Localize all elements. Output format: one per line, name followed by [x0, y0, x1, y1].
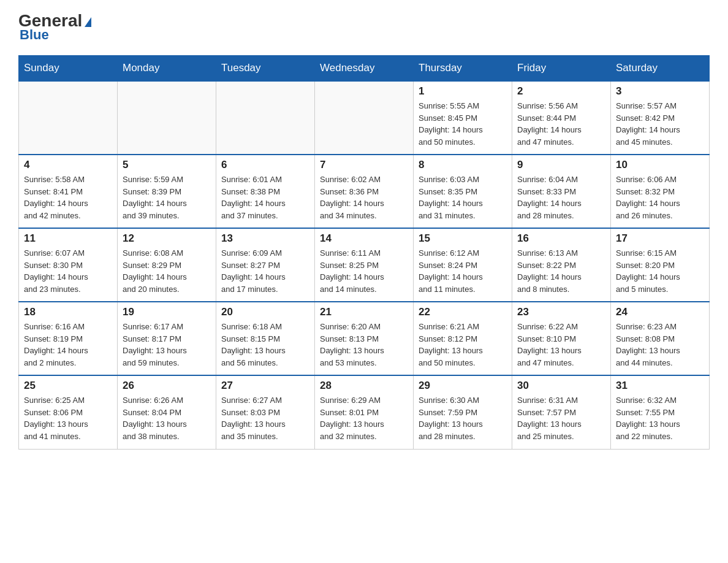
- day-number: 15: [419, 232, 507, 245]
- day-info: Sunrise: 6:08 AM Sunset: 8:29 PM Dayligh…: [123, 247, 211, 295]
- day-number: 23: [517, 306, 605, 318]
- day-number: 29: [419, 380, 507, 392]
- calendar-cell: 31Sunrise: 6:32 AM Sunset: 7:55 PM Dayli…: [611, 375, 710, 449]
- day-number: 4: [24, 159, 112, 171]
- day-info: Sunrise: 5:57 AM Sunset: 8:42 PM Dayligh…: [616, 100, 704, 148]
- day-info: Sunrise: 6:16 AM Sunset: 8:19 PM Dayligh…: [24, 321, 112, 369]
- calendar-cell: 12Sunrise: 6:08 AM Sunset: 8:29 PM Dayli…: [118, 228, 216, 302]
- day-info: Sunrise: 6:22 AM Sunset: 8:10 PM Dayligh…: [517, 321, 605, 369]
- day-number: 16: [517, 232, 605, 245]
- calendar-cell: 20Sunrise: 6:18 AM Sunset: 8:15 PM Dayli…: [216, 302, 315, 375]
- calendar-week-row: 11Sunrise: 6:07 AM Sunset: 8:30 PM Dayli…: [19, 228, 710, 302]
- day-info: Sunrise: 6:31 AM Sunset: 7:57 PM Dayligh…: [517, 394, 605, 442]
- calendar-cell: [315, 81, 414, 155]
- day-number: 11: [24, 232, 112, 245]
- day-info: Sunrise: 5:58 AM Sunset: 8:41 PM Dayligh…: [24, 174, 112, 221]
- calendar-cell: 15Sunrise: 6:12 AM Sunset: 8:24 PM Dayli…: [414, 228, 512, 302]
- calendar-table: SundayMondayTuesdayWednesdayThursdayFrid…: [18, 55, 710, 450]
- day-number: 17: [616, 232, 704, 245]
- day-number: 20: [221, 306, 309, 318]
- calendar-header-wednesday: Wednesday: [315, 56, 414, 82]
- day-info: Sunrise: 6:09 AM Sunset: 8:27 PM Dayligh…: [221, 247, 309, 295]
- calendar-cell: 1Sunrise: 5:55 AM Sunset: 8:45 PM Daylig…: [414, 81, 512, 155]
- day-number: 27: [221, 380, 309, 392]
- day-info: Sunrise: 6:15 AM Sunset: 8:20 PM Dayligh…: [616, 247, 704, 295]
- calendar-cell: 25Sunrise: 6:25 AM Sunset: 8:06 PM Dayli…: [19, 375, 118, 449]
- calendar-week-row: 18Sunrise: 6:16 AM Sunset: 8:19 PM Dayli…: [19, 302, 710, 375]
- calendar-header-tuesday: Tuesday: [216, 56, 315, 82]
- calendar-cell: 7Sunrise: 6:02 AM Sunset: 8:36 PM Daylig…: [315, 155, 414, 228]
- calendar-header-row: SundayMondayTuesdayWednesdayThursdayFrid…: [19, 56, 710, 82]
- calendar-cell: 3Sunrise: 5:57 AM Sunset: 8:42 PM Daylig…: [611, 81, 710, 155]
- day-info: Sunrise: 6:02 AM Sunset: 8:36 PM Dayligh…: [320, 174, 408, 221]
- day-number: 25: [24, 380, 112, 392]
- day-info: Sunrise: 6:13 AM Sunset: 8:22 PM Dayligh…: [517, 247, 605, 295]
- day-info: Sunrise: 6:07 AM Sunset: 8:30 PM Dayligh…: [24, 247, 112, 295]
- day-number: 21: [320, 306, 408, 318]
- day-info: Sunrise: 6:01 AM Sunset: 8:38 PM Dayligh…: [221, 174, 309, 221]
- day-number: 7: [320, 159, 408, 171]
- calendar-cell: 19Sunrise: 6:17 AM Sunset: 8:17 PM Dayli…: [118, 302, 216, 375]
- calendar-cell: 30Sunrise: 6:31 AM Sunset: 7:57 PM Dayli…: [512, 375, 611, 449]
- day-number: 30: [517, 380, 605, 392]
- day-number: 22: [419, 306, 507, 318]
- logo-blue: Blue: [20, 27, 49, 43]
- calendar-cell: 11Sunrise: 6:07 AM Sunset: 8:30 PM Dayli…: [19, 228, 118, 302]
- calendar-cell: [118, 81, 216, 155]
- day-number: 9: [517, 159, 605, 171]
- day-info: Sunrise: 6:18 AM Sunset: 8:15 PM Dayligh…: [221, 321, 309, 369]
- calendar-header-saturday: Saturday: [611, 56, 710, 82]
- calendar-cell: 24Sunrise: 6:23 AM Sunset: 8:08 PM Dayli…: [611, 302, 710, 375]
- day-number: 6: [221, 159, 309, 171]
- day-number: 2: [517, 85, 605, 98]
- day-number: 8: [419, 159, 507, 171]
- day-info: Sunrise: 6:21 AM Sunset: 8:12 PM Dayligh…: [419, 321, 507, 369]
- calendar-header-monday: Monday: [118, 56, 216, 82]
- day-info: Sunrise: 6:27 AM Sunset: 8:03 PM Dayligh…: [221, 394, 309, 442]
- calendar-cell: 16Sunrise: 6:13 AM Sunset: 8:22 PM Dayli…: [512, 228, 611, 302]
- day-number: 13: [221, 232, 309, 245]
- day-info: Sunrise: 6:29 AM Sunset: 8:01 PM Dayligh…: [320, 394, 408, 442]
- calendar-cell: 22Sunrise: 6:21 AM Sunset: 8:12 PM Dayli…: [414, 302, 512, 375]
- day-number: 28: [320, 380, 408, 392]
- calendar-cell: 4Sunrise: 5:58 AM Sunset: 8:41 PM Daylig…: [19, 155, 118, 228]
- calendar-cell: 29Sunrise: 6:30 AM Sunset: 7:59 PM Dayli…: [414, 375, 512, 449]
- day-info: Sunrise: 6:04 AM Sunset: 8:33 PM Dayligh…: [517, 174, 605, 221]
- day-info: Sunrise: 6:11 AM Sunset: 8:25 PM Dayligh…: [320, 247, 408, 295]
- day-number: 19: [123, 306, 211, 318]
- day-info: Sunrise: 5:56 AM Sunset: 8:44 PM Dayligh…: [517, 100, 605, 148]
- day-info: Sunrise: 6:30 AM Sunset: 7:59 PM Dayligh…: [419, 394, 507, 442]
- day-number: 18: [24, 306, 112, 318]
- calendar-cell: 17Sunrise: 6:15 AM Sunset: 8:20 PM Dayli…: [611, 228, 710, 302]
- day-number: 14: [320, 232, 408, 245]
- logo-triangle-icon: [85, 17, 91, 27]
- day-info: Sunrise: 6:03 AM Sunset: 8:35 PM Dayligh…: [419, 174, 507, 221]
- logo: General Blue: [18, 12, 91, 43]
- day-number: 1: [419, 85, 507, 98]
- day-info: Sunrise: 5:59 AM Sunset: 8:39 PM Dayligh…: [123, 174, 211, 221]
- calendar-header-thursday: Thursday: [414, 56, 512, 82]
- page-header: General Blue: [18, 12, 710, 43]
- day-number: 12: [123, 232, 211, 245]
- day-number: 5: [123, 159, 211, 171]
- calendar-week-row: 25Sunrise: 6:25 AM Sunset: 8:06 PM Dayli…: [19, 375, 710, 449]
- day-info: Sunrise: 6:12 AM Sunset: 8:24 PM Dayligh…: [419, 247, 507, 295]
- day-info: Sunrise: 6:26 AM Sunset: 8:04 PM Dayligh…: [123, 394, 211, 442]
- calendar-cell: 21Sunrise: 6:20 AM Sunset: 8:13 PM Dayli…: [315, 302, 414, 375]
- calendar-cell: 8Sunrise: 6:03 AM Sunset: 8:35 PM Daylig…: [414, 155, 512, 228]
- calendar-cell: 14Sunrise: 6:11 AM Sunset: 8:25 PM Dayli…: [315, 228, 414, 302]
- calendar-week-row: 4Sunrise: 5:58 AM Sunset: 8:41 PM Daylig…: [19, 155, 710, 228]
- calendar-cell: 18Sunrise: 6:16 AM Sunset: 8:19 PM Dayli…: [19, 302, 118, 375]
- day-info: Sunrise: 6:32 AM Sunset: 7:55 PM Dayligh…: [616, 394, 704, 442]
- day-number: 3: [616, 85, 704, 98]
- calendar-cell: 10Sunrise: 6:06 AM Sunset: 8:32 PM Dayli…: [611, 155, 710, 228]
- day-number: 26: [123, 380, 211, 392]
- day-info: Sunrise: 6:20 AM Sunset: 8:13 PM Dayligh…: [320, 321, 408, 369]
- day-number: 24: [616, 306, 704, 318]
- calendar-cell: [19, 81, 118, 155]
- calendar-cell: 28Sunrise: 6:29 AM Sunset: 8:01 PM Dayli…: [315, 375, 414, 449]
- calendar-cell: 2Sunrise: 5:56 AM Sunset: 8:44 PM Daylig…: [512, 81, 611, 155]
- day-info: Sunrise: 5:55 AM Sunset: 8:45 PM Dayligh…: [419, 100, 507, 148]
- calendar-header-sunday: Sunday: [19, 56, 118, 82]
- day-number: 31: [616, 380, 704, 392]
